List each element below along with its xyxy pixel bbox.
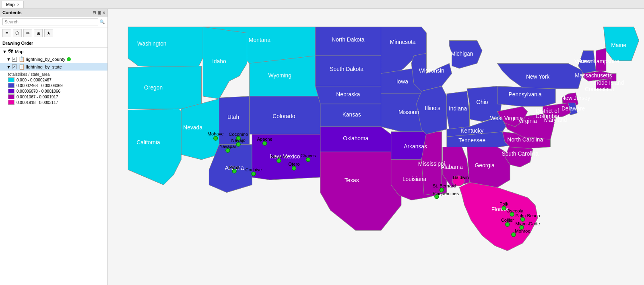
- county-active-dot: [67, 57, 71, 61]
- state-california: [128, 109, 181, 185]
- legend-label: 0.00002468 - 0.00006069: [17, 83, 63, 88]
- sidebar-header: Contents ⊟ ▣ ×: [0, 9, 107, 17]
- legend-label: 0.0001918 - 0.0003117: [17, 100, 58, 105]
- state-checkbox[interactable]: ✓: [12, 64, 17, 69]
- map-root-item[interactable]: ▼ 🗺 Map: [0, 48, 107, 55]
- map-tab[interactable]: Map ×: [2, 1, 24, 8]
- state-ok: [320, 127, 391, 152]
- state-ks: [320, 104, 381, 127]
- state-layer-label: lightning_by_state: [26, 64, 62, 69]
- state-tx: [320, 152, 401, 231]
- expand-icon: ▼: [2, 49, 7, 54]
- state-ri: [611, 73, 616, 81]
- dot-otero: [292, 166, 296, 170]
- layer-list: ▼ 🗺 Map ▼ ✓ 📋 lightning_by_county ▼ ✓ 📋 …: [0, 48, 107, 285]
- dot-socorro: [277, 158, 281, 162]
- state-wi: [411, 53, 452, 91]
- state-nd: [315, 27, 381, 56]
- list-view-button[interactable]: ≡: [2, 29, 11, 37]
- legend-label: 0.000 - 0.00002467: [17, 78, 52, 82]
- dot-mohave: [214, 136, 218, 140]
- legend-swatch: [8, 89, 14, 94]
- dot-osceola: [510, 212, 514, 216]
- layer-item-state[interactable]: ▼ ✓ 📋 lightning_by_state: [0, 63, 107, 71]
- dot-collier: [506, 223, 510, 227]
- state-dc: [547, 115, 553, 120]
- search-bar: 🔍: [0, 17, 107, 27]
- county-checkbox[interactable]: ✓: [12, 57, 17, 62]
- legend-label: 0.00006070 - 0.0001066: [17, 89, 60, 94]
- map-tab-label: Map: [6, 2, 14, 7]
- tab-close-icon[interactable]: ×: [17, 2, 19, 7]
- state-ne: [315, 86, 381, 104]
- legend-swatch: [8, 77, 14, 82]
- legend-item: 0.0001918 - 0.0003117: [8, 100, 104, 105]
- legend-item: 0.0001067 - 0.0001917: [8, 94, 104, 99]
- legend-item: 0.00002468 - 0.00006069: [8, 83, 104, 88]
- state-pa: [497, 86, 556, 106]
- dot-stbernard: [440, 188, 444, 192]
- dot-plaquemines: [435, 195, 439, 199]
- state-ga: [467, 147, 510, 188]
- dot-coconino: [236, 136, 240, 140]
- state-utah: [219, 96, 249, 144]
- state-fl: [459, 182, 538, 251]
- search-input[interactable]: [2, 18, 98, 25]
- map-root-label: Map: [15, 49, 23, 54]
- state-me: [603, 27, 639, 61]
- state-ny: [497, 63, 584, 89]
- main-layout: Contents ⊟ ▣ × 🔍 ≡ ⬡ ✏ ⊞ ★ Drawing Order…: [0, 9, 644, 285]
- map-icon: 🗺: [8, 48, 13, 54]
- drawing-order-label: Drawing Order: [0, 39, 107, 48]
- dot-polk: [502, 206, 506, 210]
- legend: totalstrikes / state_area 0.000 - 0.0000…: [0, 71, 107, 107]
- state-in: [447, 91, 470, 129]
- legend-swatch: [8, 94, 14, 99]
- dot-cochise: [252, 172, 256, 176]
- county-layer-label: lightning_by_county: [26, 57, 65, 62]
- dot-apache: [263, 141, 267, 146]
- state-sd: [315, 56, 381, 86]
- sidebar-title: Contents: [2, 10, 93, 15]
- legend-item: 0.00006070 - 0.0001066: [8, 89, 104, 94]
- state-oh: [467, 86, 502, 122]
- legend-label: 0.0001067 - 0.0001917: [17, 95, 58, 99]
- legend-swatch: [8, 83, 14, 88]
- dot-palmbeach: [520, 217, 524, 221]
- state-oregon: [128, 66, 201, 109]
- expand-state-icon: ▼: [6, 64, 11, 69]
- state-mi: [449, 41, 482, 69]
- state-idaho: [203, 27, 247, 99]
- state-nh: [596, 48, 606, 71]
- search-icon[interactable]: 🔍: [99, 19, 105, 25]
- tab-bar: Map ×: [0, 0, 644, 9]
- dot-monroe: [512, 233, 516, 237]
- state-new-mexico: [252, 134, 320, 180]
- close-sidebar-icon[interactable]: ×: [103, 10, 105, 15]
- state-baldwin: [452, 176, 464, 186]
- sidebar: Contents ⊟ ▣ × 🔍 ≡ ⬡ ✏ ⊞ ★ Drawing Order…: [0, 9, 108, 285]
- state-vt: [578, 51, 596, 74]
- dot-miamidade: [520, 225, 524, 229]
- sidebar-header-controls: ⊟ ▣ ×: [93, 10, 105, 15]
- dot-chaves: [306, 158, 310, 162]
- add-button[interactable]: ⊞: [34, 29, 43, 37]
- legend-swatch: [8, 100, 14, 105]
- state-layer-icon: 📋: [19, 64, 25, 70]
- dot-pima: [232, 169, 236, 173]
- symbol-button[interactable]: ★: [44, 29, 53, 37]
- state-il: [417, 86, 447, 134]
- dot-yavapai: [226, 148, 230, 152]
- state-colorado: [250, 96, 320, 134]
- county-layer-icon: 📋: [19, 56, 25, 62]
- layer-item-county[interactable]: ▼ ✓ 📋 lightning_by_county: [0, 55, 107, 63]
- float-icon[interactable]: ▣: [97, 10, 101, 15]
- map-area[interactable]: Washington Oregon California Nevada Idah…: [108, 9, 644, 285]
- dot-navajo: [236, 142, 240, 146]
- pin-icon[interactable]: ⊟: [93, 10, 96, 15]
- group-button[interactable]: ⬡: [13, 29, 22, 37]
- draw-button[interactable]: ✏: [23, 29, 32, 37]
- sidebar-toolbar: ≡ ⬡ ✏ ⊞ ★: [0, 27, 107, 39]
- map-svg: Washington Oregon California Nevada Idah…: [108, 9, 644, 285]
- legend-title: totalstrikes / state_area: [8, 72, 104, 77]
